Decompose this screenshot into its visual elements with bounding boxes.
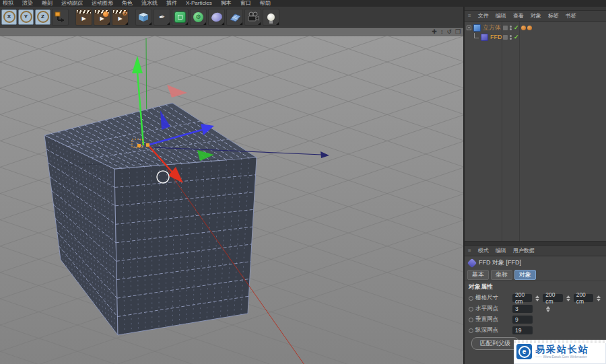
selected-point[interactable] (137, 144, 141, 147)
attribute-manager-menu: ≡ 模式编辑用户数据 (465, 246, 606, 256)
menu-item[interactable]: 运动跟踪 (61, 0, 83, 7)
menu-item[interactable]: 角色 (122, 0, 133, 7)
keyframe-circle-icon[interactable] (469, 318, 473, 322)
value-field[interactable]: 200 cm (512, 294, 532, 302)
menu-item[interactable]: 脚本 (221, 0, 232, 7)
am-menu-item[interactable]: 模式 (478, 247, 489, 254)
render-view-icon[interactable]: ▶ (75, 9, 92, 26)
object-row-立方体[interactable]: 立方体✓ (465, 23, 606, 32)
menu-item[interactable]: X-Particles (186, 0, 212, 7)
menu-item[interactable]: 模拟 (3, 0, 13, 7)
primitive-cube-icon[interactable] (135, 9, 152, 26)
panel-grip-icon[interactable]: ≡ (468, 248, 471, 254)
expand-toggle-icon[interactable] (467, 26, 471, 30)
tree-connector (474, 33, 479, 38)
gear-icon: ⚙ (122, 11, 127, 17)
spline-pen-icon[interactable]: ✒ (154, 9, 170, 26)
value-field[interactable]: 200 cm (543, 294, 562, 302)
property-label: 水平网点 (475, 305, 510, 313)
menu-item[interactable]: 插件 (166, 0, 177, 7)
ffd-object-icon (467, 258, 477, 267)
value-field[interactable]: 9 (512, 316, 533, 324)
object-tags (521, 26, 532, 30)
stepper-icon[interactable] (535, 295, 539, 301)
panel-grip-icon[interactable]: ≡ (468, 13, 471, 19)
menu-item[interactable]: 帮助 (260, 0, 271, 7)
main-area: XYZ ▶ ▶ ⚙▶ (0, 7, 606, 364)
om-menu-item[interactable]: 编辑 (496, 12, 506, 20)
enabled-check-icon[interactable]: ✓ (514, 25, 519, 31)
fit-to-parent-button[interactable]: 匹配到父级 (471, 337, 519, 350)
axis-lock-y-button[interactable]: Y (18, 9, 34, 25)
column-divider (502, 22, 502, 241)
tab-对象[interactable]: 对象 (514, 270, 536, 280)
watermark-title: 易采站长站 (535, 344, 589, 355)
property-label: 栅格尺寸 (475, 294, 510, 302)
om-menu-item[interactable]: 对象 (531, 12, 541, 20)
om-menu-item[interactable]: 文件 (478, 12, 489, 20)
viewport-canvas[interactable] (0, 28, 463, 364)
menu-item[interactable]: 雕刻 (42, 0, 53, 7)
keyframe-circle-icon[interactable] (469, 328, 473, 333)
render-settings-icon[interactable]: ⚙▶ (112, 9, 129, 26)
watermark: e 易采站长站 —— Www.Easck.Com Webmaster (514, 340, 606, 364)
attribute-title: FFD 对象 [FFD] (465, 256, 606, 269)
dolly-icon[interactable]: ↕ (440, 28, 444, 36)
horizon-band (0, 28, 463, 36)
value-field[interactable]: 200 cm (574, 294, 593, 302)
attribute-tabs: 基本坐标对象 (465, 269, 606, 281)
panel-splitter[interactable] (465, 241, 606, 246)
layer-square-icon[interactable] (503, 35, 508, 40)
menu-item[interactable]: 渲染 (22, 0, 33, 7)
pan-icon[interactable]: ✚ (432, 28, 437, 36)
value-field[interactable]: 3 (512, 305, 533, 313)
menu-item[interactable]: 窗口 (240, 0, 251, 7)
cinema4d-window: 模拟渲染雕刻运动跟踪运动图形角色流水线插件X-Particles脚本窗口帮助 X… (0, 0, 606, 364)
tag-icon[interactable] (527, 26, 532, 30)
generator-icon[interactable]: ⚙ (190, 9, 207, 26)
selected-point[interactable] (146, 143, 149, 147)
visibility-dots-icon[interactable] (510, 26, 512, 30)
om-menu-item[interactable]: 查看 (513, 12, 524, 20)
maximize-icon[interactable]: ❒ (455, 28, 461, 36)
axis-lock-x-button[interactable]: X (1, 9, 17, 25)
subdivision-surface-icon[interactable] (172, 9, 189, 26)
om-menu-item[interactable]: 书签 (566, 12, 576, 20)
axis-lock-z-button[interactable]: Z (35, 9, 50, 25)
om-menu-item[interactable]: 标签 (548, 12, 559, 20)
deformer-icon[interactable] (208, 9, 225, 26)
viewport-3d[interactable]: ✚↕↺❒ (0, 28, 463, 364)
layer-square-icon[interactable] (503, 26, 508, 30)
rotate-icon[interactable]: ↺ (446, 28, 452, 36)
stepper-icon[interactable] (566, 295, 570, 301)
menu-item[interactable]: 流水线 (141, 0, 158, 7)
am-menu-item[interactable]: 用户数据 (513, 247, 535, 254)
light-icon[interactable] (263, 9, 279, 26)
keyframe-circle-icon[interactable] (469, 296, 473, 301)
enabled-check-icon[interactable]: ✓ (514, 34, 519, 40)
visibility-dots-icon[interactable] (510, 35, 512, 40)
camera-icon[interactable] (244, 9, 261, 26)
value-field[interactable]: 19 (512, 326, 533, 334)
stepper-icon[interactable] (597, 295, 601, 301)
render-picture-viewer-icon[interactable]: ▶ (94, 9, 110, 26)
object-manager-menu: ≡ 文件编辑查看对象标签书签 (465, 11, 606, 22)
floor-icon[interactable] (226, 9, 243, 26)
stepper-icon[interactable] (546, 306, 550, 312)
render-badge-icon (103, 11, 108, 17)
tab-坐标[interactable]: 坐标 (491, 270, 512, 280)
property-row: 纵深网点19 (465, 325, 606, 336)
tab-基本[interactable]: 基本 (467, 270, 489, 280)
object-toggles[interactable]: ✓ (503, 34, 519, 40)
tag-icon[interactable] (521, 26, 526, 30)
object-toggles[interactable]: ✓ (503, 25, 519, 31)
viewport-nav-icons: ✚↕↺❒ (432, 28, 461, 36)
object-name: FFD (490, 34, 502, 40)
axis-lock-group: XYZ (1, 9, 50, 25)
menu-item[interactable]: 运动图形 (92, 0, 113, 7)
am-menu-item[interactable]: 编辑 (496, 247, 506, 254)
coordinate-system-icon[interactable] (52, 9, 69, 26)
cube-object-icon (473, 24, 481, 32)
keyframe-circle-icon[interactable] (469, 307, 473, 312)
object-row-FFD[interactable]: FFD✓ (465, 32, 606, 42)
